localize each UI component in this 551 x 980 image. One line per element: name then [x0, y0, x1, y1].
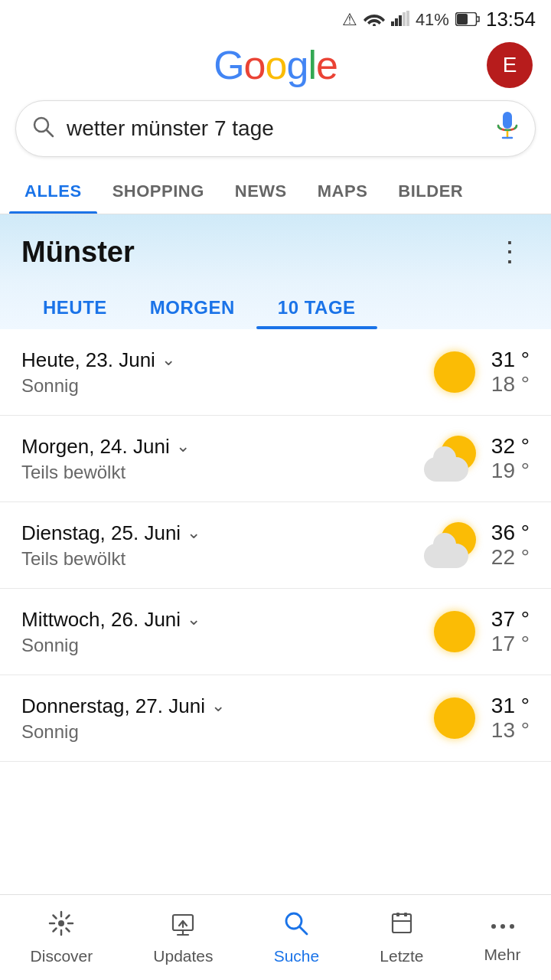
- search-bar[interactable]: wetter münster 7 tage: [15, 100, 536, 157]
- weather-row-info: Heute, 23. Juni ⌄ Sonnig: [21, 348, 430, 397]
- battery-text: 41%: [416, 10, 449, 30]
- time-display: 13:54: [486, 8, 536, 31]
- mehr-icon: [490, 911, 516, 941]
- mic-icon[interactable]: [495, 112, 520, 145]
- temp-low: 13 °: [491, 718, 530, 743]
- weather-list: Heute, 23. Juni ⌄ Sonnig 31 ° 18 ° Morge…: [0, 329, 551, 762]
- weather-temps: 37 ° 17 °: [491, 607, 530, 656]
- svg-rect-3: [399, 15, 402, 26]
- city-name: Münster: [21, 236, 135, 269]
- weather-desc: Sonnig: [21, 721, 430, 743]
- search-query: wetter münster 7 tage: [67, 116, 483, 141]
- more-menu-button[interactable]: ⋮: [490, 233, 530, 271]
- weather-day: Dienstag, 25. Juni ⌄: [21, 521, 424, 545]
- letzte-icon: [389, 910, 415, 942]
- svg-point-26: [286, 913, 302, 929]
- tab-maps[interactable]: MAPS: [302, 169, 383, 214]
- svg-rect-30: [404, 913, 407, 916]
- svg-rect-29: [396, 913, 399, 916]
- nav-discover[interactable]: Discover: [15, 903, 109, 973]
- temp-high: 37 °: [491, 607, 530, 632]
- signal-icon: [391, 9, 409, 31]
- weather-right: 36 ° 22 °: [424, 521, 530, 570]
- svg-line-9: [47, 130, 53, 136]
- nav-mehr[interactable]: Mehr: [469, 903, 536, 972]
- weather-temps: 36 ° 22 °: [491, 521, 530, 570]
- wtab-morgen[interactable]: MORGEN: [129, 286, 256, 329]
- tab-shopping[interactable]: SHOPPING: [97, 169, 220, 214]
- battery-icon: [455, 9, 480, 31]
- svg-point-0: [373, 24, 376, 26]
- search-icon: [31, 115, 54, 143]
- profile-avatar[interactable]: E: [487, 42, 533, 88]
- partly-cloudy-icon: [424, 522, 479, 568]
- temp-high: 31 °: [491, 694, 530, 718]
- svg-point-33: [500, 924, 505, 929]
- nav-discover-label: Discover: [31, 947, 93, 965]
- svg-rect-28: [393, 914, 411, 933]
- nav-suche-label: Suche: [274, 947, 320, 965]
- weather-desc: Teils bewölkt: [21, 462, 424, 483]
- sun-icon: [430, 694, 479, 743]
- google-logo: Google: [214, 42, 337, 88]
- search-bar-container: wetter münster 7 tage: [0, 94, 551, 169]
- weather-day: Mittwoch, 26. Juni ⌄: [21, 608, 430, 632]
- weather-temps: 31 ° 18 °: [491, 348, 530, 397]
- svg-rect-7: [457, 14, 468, 24]
- weather-right: 31 ° 13 °: [430, 694, 530, 743]
- weather-row[interactable]: Mittwoch, 26. Juni ⌄ Sonnig 37 ° 17 °: [0, 589, 551, 675]
- sync-icon: ⚠: [342, 10, 357, 30]
- weather-day: Donnerstag, 27. Juni ⌄: [21, 694, 430, 718]
- weather-row[interactable]: Dienstag, 25. Juni ⌄ Teils bewölkt 36 ° …: [0, 502, 551, 589]
- weather-tabs: HEUTE MORGEN 10 TAGE: [21, 286, 530, 329]
- svg-line-19: [67, 915, 70, 918]
- chevron-down-icon: ⌄: [187, 609, 201, 629]
- weather-card-header: Münster ⋮: [21, 233, 530, 271]
- chevron-down-icon: ⌄: [211, 696, 225, 716]
- nav-letzte-label: Letzte: [380, 947, 423, 965]
- weather-desc: Sonnig: [21, 375, 430, 397]
- svg-line-27: [300, 927, 307, 934]
- weather-row-info: Morgen, 24. Juni ⌄ Teils bewölkt: [21, 435, 424, 483]
- temp-high: 31 °: [491, 348, 530, 372]
- nav-updates[interactable]: Updates: [138, 903, 228, 973]
- chevron-down-icon: ⌄: [176, 436, 190, 456]
- tab-alles[interactable]: ALLES: [9, 169, 97, 214]
- svg-point-32: [491, 924, 496, 929]
- weather-temps: 32 ° 19 °: [491, 434, 530, 483]
- weather-row-info: Donnerstag, 27. Juni ⌄ Sonnig: [21, 694, 430, 743]
- weather-row[interactable]: Donnerstag, 27. Juni ⌄ Sonnig 31 ° 13 °: [0, 675, 551, 762]
- svg-line-17: [54, 915, 57, 918]
- svg-point-21: [58, 920, 64, 926]
- sun-icon: [430, 607, 479, 656]
- chevron-down-icon: ⌄: [187, 523, 201, 543]
- temp-low: 22 °: [491, 545, 530, 570]
- nav-suche[interactable]: Suche: [259, 903, 335, 973]
- updates-icon: [170, 910, 196, 942]
- wtab-10tage[interactable]: 10 TAGE: [256, 286, 377, 329]
- search-tabs: ALLES SHOPPING NEWS MAPS BILDER: [0, 169, 551, 214]
- svg-rect-10: [503, 112, 512, 129]
- weather-day: Heute, 23. Juni ⌄: [21, 348, 430, 372]
- partly-cloudy-icon: [424, 436, 479, 482]
- status-icons: ⚠ 41% 13:54: [342, 8, 536, 31]
- weather-right: 37 ° 17 °: [430, 607, 530, 656]
- temp-low: 17 °: [491, 632, 530, 656]
- svg-line-18: [67, 928, 70, 931]
- wifi-icon: [364, 9, 385, 31]
- nav-letzte[interactable]: Letzte: [364, 903, 439, 973]
- svg-rect-5: [406, 11, 409, 26]
- weather-card: Münster ⋮ HEUTE MORGEN 10 TAGE: [0, 214, 551, 329]
- weather-row-info: Mittwoch, 26. Juni ⌄ Sonnig: [21, 608, 430, 656]
- sun-icon: [430, 348, 479, 397]
- weather-day: Morgen, 24. Juni ⌄: [21, 435, 424, 459]
- weather-row[interactable]: Heute, 23. Juni ⌄ Sonnig 31 ° 18 °: [0, 329, 551, 416]
- google-header: Google E: [0, 36, 551, 94]
- status-bar: ⚠ 41% 13:54: [0, 0, 551, 36]
- weather-row[interactable]: Morgen, 24. Juni ⌄ Teils bewölkt 32 ° 19…: [0, 416, 551, 502]
- weather-right: 31 ° 18 °: [430, 348, 530, 397]
- tab-bilder[interactable]: BILDER: [383, 169, 478, 214]
- tab-news[interactable]: NEWS: [220, 169, 302, 214]
- svg-rect-1: [391, 21, 394, 26]
- wtab-heute[interactable]: HEUTE: [21, 286, 129, 329]
